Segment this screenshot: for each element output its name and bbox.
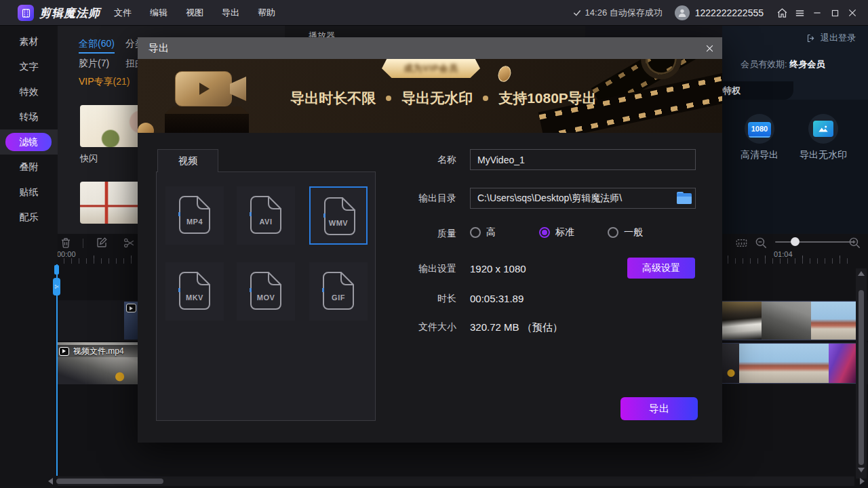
minimize-icon <box>812 7 823 18</box>
zoom-in-icon <box>848 237 861 249</box>
format-tile-mov[interactable]: MOV <box>237 262 295 321</box>
hd-export-privilege[interactable]: 1080 <box>745 114 774 144</box>
dialog-title: 导出 <box>149 37 169 59</box>
edit-clip-button[interactable] <box>96 237 108 249</box>
thumb-purple-scene <box>829 344 857 383</box>
maximize-icon <box>830 8 840 18</box>
no-watermark-privilege[interactable] <box>808 114 838 144</box>
sidebar-item-effects[interactable]: 特效 <box>0 79 58 104</box>
main-menu-button[interactable] <box>791 0 808 26</box>
vip-promo-badge[interactable]: 成为VIP会员 <box>382 59 480 78</box>
menu-view[interactable]: 视图 <box>186 7 203 19</box>
horizontal-scrollbar-thumb[interactable] <box>56 479 163 484</box>
menu-export[interactable]: 导出 <box>222 7 239 19</box>
browse-folder-button[interactable] <box>677 192 692 204</box>
zoom-in-button[interactable] <box>848 237 861 249</box>
scroll-down-arrow[interactable] <box>858 468 865 472</box>
file-icon <box>179 196 210 234</box>
scroll-left-arrow[interactable] <box>48 478 53 485</box>
sidebar-item-text[interactable]: 文字 <box>0 54 58 79</box>
close-button[interactable] <box>844 0 861 26</box>
scroll-right-arrow[interactable] <box>860 478 865 485</box>
active-pill: 滤镜 <box>5 133 52 151</box>
person-icon <box>677 7 688 18</box>
menu-edit[interactable]: 编辑 <box>150 7 167 19</box>
track-1-clip-thumbnails[interactable] <box>719 302 856 340</box>
tab-all[interactable]: 全部(60) <box>79 38 115 54</box>
tab-vip-exclusive[interactable]: VIP专享(21) <box>79 76 130 88</box>
split-button[interactable] <box>123 237 136 249</box>
format-tile-mkv[interactable]: MKV <box>165 262 224 321</box>
avatar[interactable] <box>675 5 690 20</box>
quality-radio-high[interactable]: 高 <box>470 226 496 239</box>
track-2-clip-thumbnails[interactable] <box>719 344 857 383</box>
delete-button[interactable] <box>60 237 72 249</box>
hamburger-icon <box>794 7 806 19</box>
fit-icon <box>735 237 748 249</box>
clip-play-badge <box>59 347 69 356</box>
dialog-close-button[interactable] <box>703 42 715 54</box>
sidebar-item-music[interactable]: 配乐 <box>0 205 58 230</box>
tab-video-format[interactable]: 视频 <box>157 149 218 172</box>
logout-button[interactable]: 退出登录 <box>806 32 856 44</box>
bullet-dot <box>386 96 391 101</box>
quality-radio-standard[interactable]: 标准 <box>539 226 574 239</box>
sidebar-item-filters[interactable]: 滤镜 <box>0 129 58 155</box>
format-tile-gif[interactable]: GIF <box>309 262 368 321</box>
menu-file[interactable]: 文件 <box>114 7 132 19</box>
output-dir-label: 输出目录 <box>402 192 456 205</box>
titlebar: 剪辑魔法师 文件 编辑 视图 导出 帮助 14:26 自动保存成功 122222… <box>0 0 868 26</box>
file-icon <box>323 272 354 310</box>
bullet-dot <box>483 96 488 101</box>
playhead-line[interactable] <box>56 264 58 476</box>
close-icon <box>847 7 858 18</box>
filter-label-flash: 快闪 <box>80 152 98 165</box>
output-dir-input[interactable] <box>470 188 696 209</box>
format-tile-mp4[interactable]: MP4 <box>165 186 224 245</box>
home-button[interactable] <box>773 0 791 26</box>
track-1-clip[interactable] <box>124 302 138 340</box>
sidebar-item-material[interactable]: 素材 <box>0 29 58 54</box>
titlebar-right: 14:26 自动保存成功 1222222222555 <box>572 0 861 26</box>
export-button[interactable]: 导出 <box>620 397 698 420</box>
camera-pedestal <box>165 106 249 114</box>
feature-no-watermark: 导出无水印 <box>401 89 473 108</box>
scroll-up-arrow[interactable] <box>858 271 865 276</box>
zoom-out-button[interactable] <box>755 237 768 249</box>
feature-1080p: 支持1080P导出 <box>498 89 597 108</box>
filesize-label: 文件大小 <box>402 321 456 333</box>
thumb-castle-square <box>739 344 829 383</box>
ruler-time-start: 00:00 <box>57 250 76 258</box>
output-settings-label: 输出设置 <box>402 263 456 275</box>
sidebar-item-overlays[interactable]: 叠附 <box>0 155 58 180</box>
horizontal-scrollbar-track[interactable] <box>56 476 854 486</box>
vertical-scrollbar-thumb[interactable] <box>859 290 864 465</box>
thumb-skates <box>762 302 811 340</box>
zoom-out-icon <box>755 237 768 249</box>
playhead-flag[interactable] <box>54 265 59 274</box>
format-tile-avi[interactable]: AVI <box>237 186 295 245</box>
fit-timeline-button[interactable] <box>735 237 748 249</box>
duration-label: 时长 <box>402 293 456 305</box>
name-input[interactable] <box>470 149 696 170</box>
tab-film[interactable]: 胶片(7) <box>79 58 109 70</box>
maximize-button[interactable] <box>826 0 844 26</box>
advanced-settings-button[interactable]: 高级设置 <box>627 258 695 279</box>
format-tile-wmv[interactable]: WMV <box>309 186 368 245</box>
account-id[interactable]: 1222222222555 <box>695 7 764 18</box>
membership-status: 会员有效期: 终身会员 <box>741 58 825 70</box>
app-title: 剪辑魔法师 <box>39 5 100 21</box>
menu-help[interactable]: 帮助 <box>258 7 275 19</box>
edit-icon <box>96 237 108 249</box>
quality-radio-normal[interactable]: 一般 <box>608 226 643 239</box>
track-2-clip[interactable]: 视频文件.mp4 <box>56 342 138 384</box>
clip-title-bar: 视频文件.mp4 <box>56 345 138 357</box>
zoom-slider-track[interactable] <box>775 241 853 243</box>
radio-circle-checked <box>539 227 550 238</box>
sidebar-item-stickers[interactable]: 贴纸 <box>0 180 58 205</box>
playhead-split-handle[interactable] <box>53 278 60 296</box>
tool-sidebar: 素材 文字 特效 转场 滤镜 叠附 贴纸 配乐 <box>0 26 58 488</box>
minimize-button[interactable] <box>808 0 826 26</box>
sidebar-item-transitions[interactable]: 转场 <box>0 104 58 129</box>
zoom-slider-handle[interactable] <box>791 237 800 246</box>
